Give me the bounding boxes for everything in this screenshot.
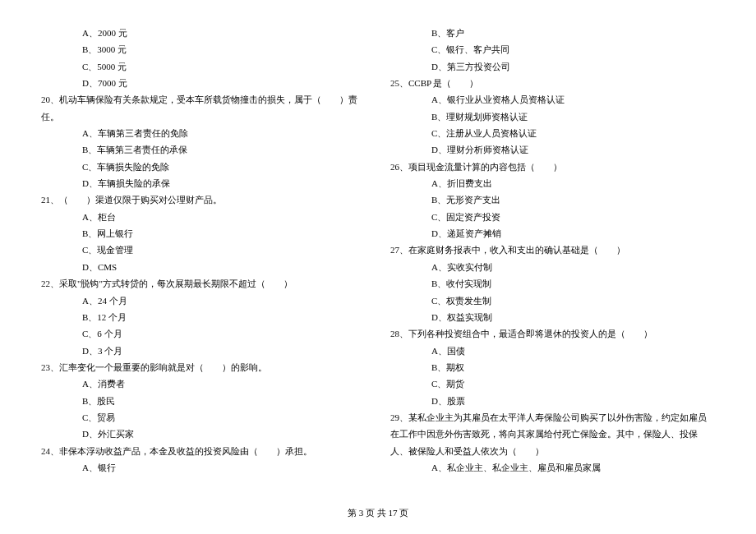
q20-option-a: A、车辆第三者责任的免除 xyxy=(41,125,366,141)
q23-stem: 23、汇率变化一个最重要的影响就是对（ ）的影响。 xyxy=(41,359,366,375)
q22-option-b: B、12 个月 xyxy=(41,309,366,325)
q27-option-c: C、权责发生制 xyxy=(390,292,715,309)
q23-option-a: A、消费者 xyxy=(41,375,366,392)
q24-option-b: B、客户 xyxy=(390,25,715,41)
left-column: A、2000 元 B、3000 元 C、5000 元 D、7000 元 20、机… xyxy=(41,25,366,476)
q20-option-d: D、车辆损失险的承保 xyxy=(41,175,366,191)
q23-option-c: C、贸易 xyxy=(41,409,366,426)
q21-option-a: A、柜台 xyxy=(41,209,366,225)
q27-stem: 27、在家庭财务报表中，收入和支出的确认基础是（ ） xyxy=(390,242,715,258)
q22-option-c: C、6 个月 xyxy=(41,325,366,342)
q27-option-a: A、实收实付制 xyxy=(390,259,715,275)
exam-page: A、2000 元 B、3000 元 C、5000 元 D、7000 元 20、机… xyxy=(0,0,756,476)
q27-option-b: B、收付实现制 xyxy=(390,275,715,292)
q26-option-d: D、递延资产摊销 xyxy=(390,225,715,242)
q28-stem: 28、下列各种投资组合中，最适合即将退休的投资人的是（ ） xyxy=(390,325,715,342)
q23-option-d: D、外汇买家 xyxy=(41,426,366,442)
q24-option-c: C、银行、客户共同 xyxy=(390,41,715,58)
page-footer: 第 3 页 共 17 页 xyxy=(0,507,756,519)
q25-option-a: A、银行业从业资格人员资格认证 xyxy=(390,91,715,108)
q19-option-c: C、5000 元 xyxy=(41,58,366,75)
q21-stem: 21、（ ）渠道仅限于购买对公理财产品。 xyxy=(41,191,366,208)
q26-option-a: A、折旧费支出 xyxy=(390,175,715,191)
q20-option-b: B、车辆第三者责任的承保 xyxy=(41,141,366,158)
q25-option-c: C、注册从业人员资格认证 xyxy=(390,125,715,141)
right-column: B、客户 C、银行、客户共同 D、第三方投资公司 25、CCBP 是（ ） A、… xyxy=(390,25,715,476)
q22-stem: 22、采取"脱钩"方式转贷的，每次展期最长期限不超过（ ） xyxy=(41,275,366,292)
q22-option-a: A、24 个月 xyxy=(41,292,366,309)
q28-option-a: A、国债 xyxy=(390,343,715,359)
q26-option-c: C、固定资产投资 xyxy=(390,209,715,225)
q21-option-d: D、CMS xyxy=(41,259,366,275)
q25-stem: 25、CCBP 是（ ） xyxy=(390,75,715,91)
q20-option-c: C、车辆损失险的免除 xyxy=(41,159,366,175)
q19-option-b: B、3000 元 xyxy=(41,41,366,58)
q19-option-a: A、2000 元 xyxy=(41,25,366,41)
q29-stem: 29、某私企业主为其雇员在太平洋人寿保险公司购买了以外伤害险，约定如雇员在工作中… xyxy=(390,409,715,459)
q21-option-c: C、现金管理 xyxy=(41,242,366,258)
q25-option-d: D、理财分析师资格认证 xyxy=(390,141,715,158)
q28-option-d: D、股票 xyxy=(390,393,715,409)
q24-option-d: D、第三方投资公司 xyxy=(390,58,715,75)
q29-option-a: A、私企业主、私企业主、雇员和雇员家属 xyxy=(390,459,715,476)
q28-option-c: C、期货 xyxy=(390,375,715,392)
q19-option-d: D、7000 元 xyxy=(41,75,366,91)
q28-option-b: B、期权 xyxy=(390,359,715,375)
q23-option-b: B、股民 xyxy=(41,393,366,409)
q25-option-b: B、理财规划师资格认证 xyxy=(390,108,715,125)
q20-stem: 20、机动车辆保险有关条款规定，受本车所载货物撞击的损失，属于（ ）责任。 xyxy=(41,91,366,125)
q27-option-d: D、权益实现制 xyxy=(390,309,715,325)
q21-option-b: B、网上银行 xyxy=(41,225,366,242)
q24-option-a: A、银行 xyxy=(41,459,366,476)
q26-option-b: B、无形资产支出 xyxy=(390,191,715,208)
q26-stem: 26、项目现金流量计算的内容包括（ ） xyxy=(390,159,715,175)
q22-option-d: D、3 个月 xyxy=(41,343,366,359)
q24-stem: 24、非保本浮动收益产品，本金及收益的投资风险由（ ）承担。 xyxy=(41,443,366,459)
